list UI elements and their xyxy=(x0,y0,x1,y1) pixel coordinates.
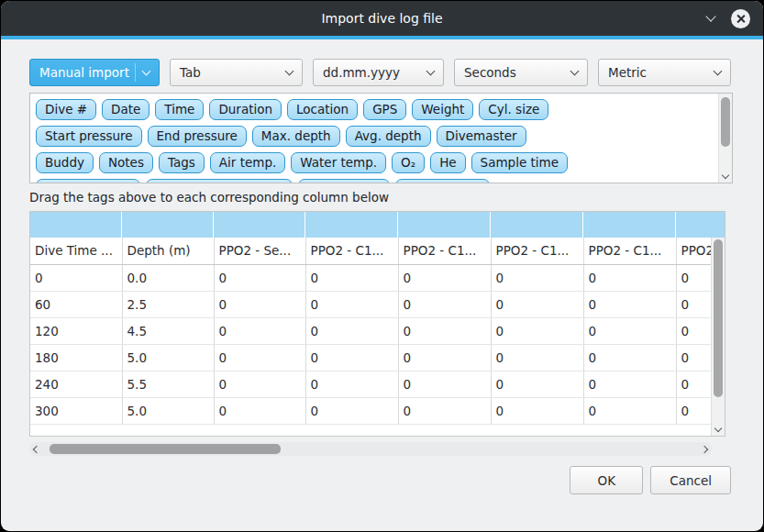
table-cell: 0 xyxy=(676,397,712,424)
window-title: Import dive log file xyxy=(1,1,763,36)
tag-row: Start pressureEnd pressureMax. depthAvg.… xyxy=(36,126,712,147)
import-options-row: Manual import Tab dd.mm.yyyy Seconds Met… xyxy=(29,59,731,86)
column-header: PPO2 - C1... xyxy=(583,238,676,264)
column-header: Depth (m) xyxy=(122,238,214,264)
tag-chip[interactable]: Sample CNS xyxy=(395,179,490,183)
tag-chip[interactable]: Air temp. xyxy=(210,152,285,173)
table-cell: 0 xyxy=(305,371,398,397)
table-cell: 0.0 xyxy=(122,264,214,291)
table-row: 3005.0000000 xyxy=(30,397,712,424)
column-drop-target[interactable] xyxy=(491,212,583,238)
table-row: 602.5000000 xyxy=(30,291,712,317)
column-drop-target[interactable] xyxy=(398,212,491,238)
tag-chip[interactable]: Sample depth xyxy=(36,179,140,183)
dialog-buttons: OK Cancel xyxy=(570,466,731,494)
tag-chip[interactable]: Sample temperature xyxy=(146,179,293,183)
table-cell: 2.5 xyxy=(122,291,214,317)
column-drop-target[interactable] xyxy=(122,212,214,238)
tag-chip[interactable]: Weight xyxy=(412,99,473,120)
table-cell: 120 xyxy=(30,317,122,344)
column-header: Dive Time ... xyxy=(30,238,122,264)
scroll-down-button[interactable] xyxy=(719,170,732,183)
tag-row: Sample depthSample temperatureSample pO₂… xyxy=(36,179,712,183)
import-mode-dropdown[interactable]: Manual import xyxy=(29,59,160,86)
field-separator-value: Tab xyxy=(180,65,201,80)
column-drop-target[interactable] xyxy=(30,212,122,238)
column-header: PPO2 - C1... xyxy=(491,238,583,264)
table-cell: 0 xyxy=(398,397,491,424)
scroll-right-button[interactable] xyxy=(699,442,712,456)
table-cell: 5.5 xyxy=(122,371,214,397)
table-cell: 0 xyxy=(214,371,305,397)
table-cell: 0 xyxy=(305,344,398,371)
tag-chip[interactable]: Sample pO₂ xyxy=(298,179,390,183)
scrollbar-thumb[interactable] xyxy=(714,239,723,397)
table-cell: 0 xyxy=(676,344,712,371)
column-drop-target[interactable] xyxy=(676,212,725,238)
tag-panel: Dive #DateTimeDurationLocationGPSWeightC… xyxy=(29,93,733,183)
tag-chip[interactable]: He xyxy=(430,152,465,173)
table-row: 1204.5000000 xyxy=(30,317,712,344)
column-drop-target[interactable] xyxy=(305,212,398,238)
cancel-button[interactable]: Cancel xyxy=(650,466,731,494)
close-button[interactable] xyxy=(731,9,750,28)
table-cell: 0 xyxy=(305,291,398,317)
column-header: PPO2 - C1... xyxy=(398,238,491,264)
table-cell: 5.0 xyxy=(122,344,214,371)
duration-format-dropdown[interactable]: Seconds xyxy=(454,59,588,86)
table-cell: 5.0 xyxy=(122,397,214,424)
scrollbar-thumb[interactable] xyxy=(50,444,281,454)
tag-chip[interactable]: Water temp. xyxy=(291,152,386,173)
units-dropdown[interactable]: Metric xyxy=(598,59,731,86)
table-cell: 240 xyxy=(30,371,122,397)
chevron-down-icon[interactable] xyxy=(705,11,715,21)
table-cell: 0 xyxy=(491,371,583,397)
table-cell: 300 xyxy=(30,397,122,424)
tag-chip[interactable]: Tags xyxy=(159,152,205,173)
column-drop-target[interactable] xyxy=(214,212,305,238)
tag-chip[interactable]: Cyl. size xyxy=(479,99,548,120)
tag-chip[interactable]: O₂ xyxy=(392,152,425,173)
table-cell: 0 xyxy=(305,264,398,291)
table-cell: 0 xyxy=(676,371,712,397)
tag-chip[interactable]: Start pressure xyxy=(36,126,142,147)
table-cell: 0 xyxy=(398,344,491,371)
import-dialog-window: Import dive log file Manual import Tab d… xyxy=(1,1,763,531)
table-cell: 0 xyxy=(214,344,305,371)
tag-chip[interactable]: Duration xyxy=(209,99,282,120)
table-cell: 0 xyxy=(583,291,676,317)
column-drop-target[interactable] xyxy=(583,212,676,238)
date-format-dropdown[interactable]: dd.mm.yyyy xyxy=(313,59,444,86)
tag-chip[interactable]: GPS xyxy=(363,99,406,120)
scroll-left-button[interactable] xyxy=(29,442,42,456)
table-cell: 0 xyxy=(398,291,491,317)
tag-chip[interactable]: Sample time xyxy=(471,152,568,173)
table-cell: 0 xyxy=(676,264,712,291)
tag-chip[interactable]: Buddy xyxy=(36,152,94,173)
table-cell: 0 xyxy=(491,344,583,371)
ok-button[interactable]: OK xyxy=(570,466,643,494)
titlebar[interactable]: Import dive log file xyxy=(1,1,763,36)
tag-chip[interactable]: Max. depth xyxy=(252,126,340,147)
tag-chip[interactable]: End pressure xyxy=(148,126,247,147)
table-cell: 0 xyxy=(398,264,491,291)
tag-chip[interactable]: Divemaster xyxy=(437,126,526,147)
tag-chip[interactable]: Avg. depth xyxy=(346,126,431,147)
tag-chip[interactable]: Dive # xyxy=(36,99,96,120)
tag-chip[interactable]: Time xyxy=(155,99,204,120)
chevron-down-icon xyxy=(714,424,722,431)
table-scrollbar[interactable] xyxy=(711,238,725,436)
tag-list: Dive #DateTimeDurationLocationGPSWeightC… xyxy=(30,94,717,183)
tag-chip[interactable]: Notes xyxy=(99,152,153,173)
scroll-down-button[interactable] xyxy=(712,423,725,436)
scrollbar-thumb[interactable] xyxy=(721,97,730,147)
field-separator-dropdown[interactable]: Tab xyxy=(170,59,303,86)
table-cell: 0 xyxy=(214,264,305,291)
table-cell: 4.5 xyxy=(122,317,214,344)
table-cell: 0 xyxy=(676,291,712,317)
horizontal-scrollbar[interactable] xyxy=(29,442,712,456)
chevron-down-icon xyxy=(426,67,436,76)
tag-chip[interactable]: Date xyxy=(102,99,149,120)
tag-chip[interactable]: Location xyxy=(287,99,358,120)
tag-panel-scrollbar[interactable] xyxy=(718,94,732,183)
